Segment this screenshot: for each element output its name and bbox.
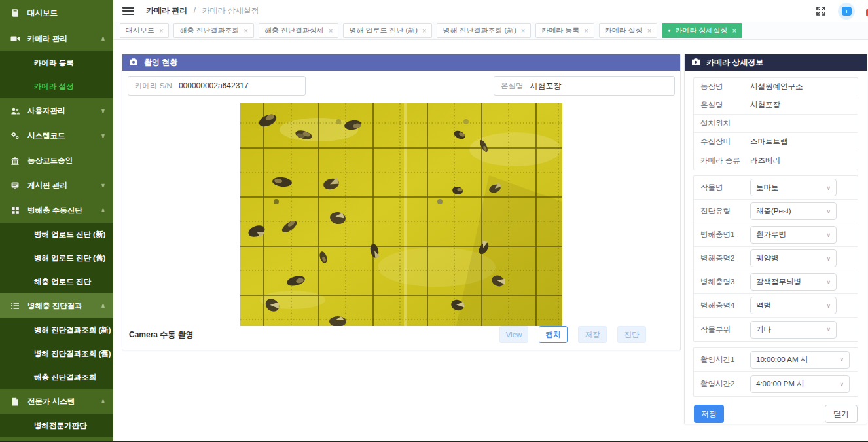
tab-label: 해충 진단결과상세: [264, 26, 324, 35]
close-icon[interactable]: ×: [159, 27, 163, 35]
table-row: 작물부위 기타 ∨: [694, 318, 858, 341]
sidebar-item-board-management[interactable]: 게시판 관리 ∨: [0, 173, 113, 198]
pest-name-1-select[interactable]: 흰가루병 ∨: [750, 226, 837, 244]
building-icon: [10, 157, 20, 165]
sidebar-submenu-camera: 카메라 등록 카메라 설정: [0, 51, 113, 98]
close-icon[interactable]: ×: [329, 27, 333, 35]
sidebar-item-disease-results-new[interactable]: 병해 진단결과조회 (新): [0, 318, 113, 342]
sidebar-item-label: 병해 진단결과조회 (新): [34, 325, 111, 335]
chevron-down-icon: ∨: [101, 132, 105, 139]
menu-toggle-icon[interactable]: [122, 7, 134, 15]
close-button[interactable]: 닫기: [825, 405, 858, 423]
pest-name-4-select[interactable]: 역병 ∨: [750, 297, 837, 314]
close-icon[interactable]: ×: [584, 27, 588, 35]
chevron-down-icon: ∨: [826, 279, 831, 285]
sidebar-item-label: 카메라 설정: [34, 82, 74, 92]
save-capture-button[interactable]: 저장: [578, 326, 607, 343]
dashboard-icon: [10, 9, 20, 18]
sidebar-item-label: 농장코드승인: [27, 156, 73, 166]
diagnosis-settings-table: 작물명 토마토 ∨ 진단유형 해충(Pest) ∨ 병해충명1: [693, 175, 858, 342]
row-label: 온실명: [694, 100, 750, 110]
crop-part-select[interactable]: 기타 ∨: [750, 321, 837, 339]
pest-name-3-select[interactable]: 갈색점무늬병 ∨: [750, 273, 837, 291]
table-row: 온실명 시험포장: [694, 96, 858, 115]
crop-name-select[interactable]: 토마토 ∨: [750, 179, 837, 196]
sidebar-item-dashboard[interactable]: 대시보드: [0, 0, 113, 26]
sidebar-item-disease-upload-old[interactable]: 병해 업로드 진단 (舊): [0, 246, 113, 270]
greenhouse-input[interactable]: [530, 81, 675, 90]
close-icon[interactable]: ×: [521, 27, 525, 35]
sidebar-item-pest-results[interactable]: 해충 진단결과조회: [0, 365, 113, 389]
row-label: 작물명: [694, 183, 750, 193]
tab-pest-results[interactable]: 해충 진단결과조회 ×: [173, 23, 254, 38]
detail-panel-buttons: 저장 닫기: [693, 405, 858, 423]
camera-sn-label: 카메라 S/N: [128, 81, 179, 91]
tab-dashboard[interactable]: 대시보드 ×: [120, 23, 169, 38]
sidebar-item-expert-system[interactable]: 전문가 시스템 ∧: [0, 389, 113, 414]
camera-sn-input[interactable]: [179, 81, 305, 90]
capture-panel: 촬영 현황 카메라 S/N 온실명: [122, 54, 681, 350]
sidebar-item-label: 병해충 진단결과: [27, 301, 82, 311]
capture-time-1-select[interactable]: 10:00:00 AM 시 ∨: [750, 351, 850, 369]
sidebar-item-diagnosis-results[interactable]: 병해충 진단결과 ∧: [0, 293, 113, 318]
close-icon[interactable]: ×: [647, 27, 651, 35]
sidebar-item-camera-management[interactable]: 카메라 관리 ∧: [0, 26, 113, 51]
sidebar-item-label: 병해 업로드 진단 (舊): [34, 253, 105, 263]
capture-button[interactable]: 캡처: [539, 326, 568, 343]
capture-time-table: 촬영시간1 10:00:00 AM 시 ∨ 촬영시간2 4:00:00 PM 시…: [693, 347, 858, 397]
breadcrumb-page: 카메라 상세설정: [202, 6, 259, 15]
fullscreen-icon[interactable]: [816, 6, 826, 16]
row-value: 스마트트랩: [750, 137, 788, 147]
tab-label: 병해 업로드 진단 (新): [349, 26, 418, 35]
close-icon[interactable]: ×: [244, 27, 248, 35]
view-button[interactable]: View: [499, 326, 528, 343]
tab-label: 해충 진단결과조회: [179, 26, 239, 35]
tab-camera-detail-settings[interactable]: ● 카메라 상세설정 ×: [662, 23, 742, 38]
sidebar-item-pest-upload[interactable]: 해충 업로드 진단: [0, 270, 113, 293]
sidebar-item-camera-register[interactable]: 카메라 등록: [0, 51, 113, 75]
tab-pest-result-detail[interactable]: 해충 진단결과상세 ×: [259, 23, 339, 38]
table-row: 카메라 종류 라즈베리: [694, 151, 858, 170]
sidebar-item-label: 병해전문가판단: [34, 421, 87, 431]
breadcrumb-section[interactable]: 카메라 관리: [146, 6, 187, 15]
sidebar-item-disease-expert-judgement[interactable]: 병해전문가판단: [0, 414, 113, 437]
tab-disease-upload-new[interactable]: 병해 업로드 진단 (新) ×: [343, 23, 432, 38]
sidebar-submenu-expert: 병해전문가판단: [0, 414, 113, 437]
table-row: 병해충명1 흰가루병 ∨: [694, 223, 858, 247]
tab-camera-settings[interactable]: 카메라 설정 ×: [599, 23, 658, 38]
table-row: 병해충명3 갈색점무늬병 ∨: [694, 270, 858, 294]
row-label: 수집장비: [694, 137, 750, 147]
close-icon[interactable]: ×: [422, 27, 426, 35]
chat-info-icon[interactable]: i: [838, 3, 855, 20]
capture-buttons: View 캡처 저장 진단: [499, 326, 646, 343]
chevron-down-icon: ∨: [826, 232, 831, 238]
chevron-down-icon: ∨: [826, 185, 831, 191]
chevron-down-icon: ∨: [101, 182, 105, 189]
tab-disease-results-new[interactable]: 병해 진단결과조회 (新) ×: [437, 23, 531, 38]
app-window: 대시보드 카메라 관리 ∧ 카메라 등록 카메라 설정 사용자관리 ∨: [0, 0, 868, 442]
sidebar-submenu-diagnosis-results: 병해 진단결과조회 (新) 병해 진단결과조회 (舊) 해충 진단결과조회: [0, 318, 113, 389]
diagnose-button[interactable]: 진단: [617, 326, 646, 343]
sidebar-item-disease-upload-new[interactable]: 병해 업로드 진단 (新): [0, 223, 113, 246]
select-value: 역병: [756, 301, 771, 310]
tab-camera-register[interactable]: 카메라 등록 ×: [535, 23, 594, 38]
sidebar-item-system-code[interactable]: 시스템코드 ∨: [0, 123, 113, 148]
table-row: 병해충명2 궤양병 ∨: [694, 247, 858, 270]
sidebar-item-user-management[interactable]: 사용자관리 ∨: [0, 98, 113, 123]
sidebar-item-farm-code-approval[interactable]: 농장코드승인: [0, 148, 113, 173]
pest-name-2-select[interactable]: 궤양병 ∨: [750, 249, 837, 267]
document-icon: [10, 397, 20, 406]
sidebar-item-label: 병해충 수동진단: [27, 206, 82, 215]
capture-input-row: 카메라 S/N 온실명: [122, 71, 680, 96]
select-value: 흰가루병: [756, 230, 786, 240]
sidebar-item-manual-diagnosis[interactable]: 병해충 수동진단 ∧: [0, 198, 113, 223]
diagnosis-type-select[interactable]: 해충(Pest) ∨: [750, 202, 837, 220]
table-row: 병해충명4 역병 ∨: [694, 294, 858, 318]
sidebar-item-camera-settings[interactable]: 카메라 설정: [0, 75, 113, 98]
info-glyph: i: [842, 7, 852, 16]
close-icon[interactable]: ×: [732, 27, 736, 35]
save-button[interactable]: 저장: [694, 405, 724, 423]
sidebar-item-disease-results-old[interactable]: 병해 진단결과조회 (舊): [0, 342, 113, 365]
select-value: 기타: [756, 325, 771, 335]
capture-time-2-select[interactable]: 4:00:00 PM 시 ∨: [750, 375, 850, 393]
